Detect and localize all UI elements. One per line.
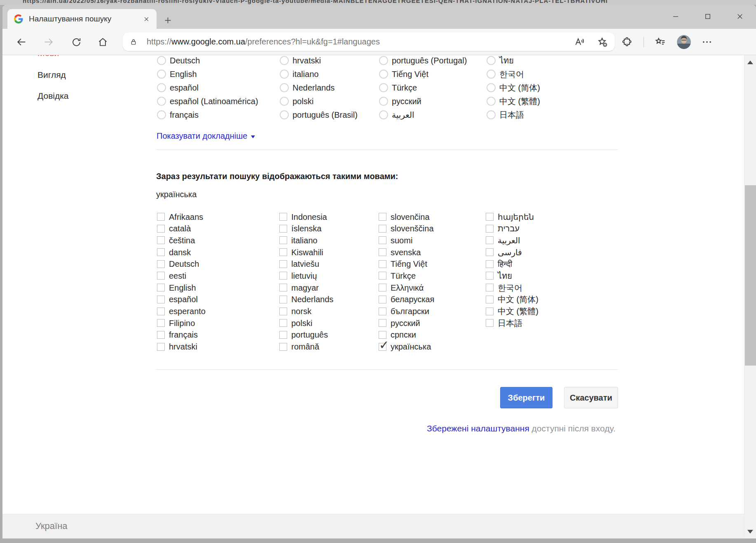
language-checkbox-option[interactable]: ✓ íslenska xyxy=(279,225,333,233)
language-checkbox-option[interactable]: ✓ norsk xyxy=(279,308,333,315)
settings-menu-button[interactable] xyxy=(702,37,712,47)
refresh-button[interactable] xyxy=(70,35,83,49)
language-radio-option[interactable]: português (Portugal) xyxy=(379,56,467,65)
home-button[interactable] xyxy=(96,35,109,49)
add-favorite-button[interactable] xyxy=(597,36,608,48)
language-radio-option[interactable]: ไทย xyxy=(487,56,540,65)
language-checkbox-option[interactable]: ✓ español xyxy=(157,296,206,303)
maximize-button[interactable] xyxy=(692,5,724,28)
scrollbar-thumb[interactable] xyxy=(745,185,756,366)
show-more-link[interactable]: Показувати докладніше xyxy=(157,131,255,141)
language-checkbox-option[interactable]: ✓ dansk xyxy=(157,248,206,256)
language-radio-option[interactable]: français xyxy=(157,110,258,119)
tab-close-button[interactable] xyxy=(141,14,152,24)
language-checkbox-option[interactable]: ✓ hrvatski xyxy=(157,343,206,351)
language-checkbox-option[interactable]: ✓ français xyxy=(157,331,206,339)
browser-tab[interactable]: Налаштування пошуку xyxy=(7,9,157,29)
sidebar-item[interactable]: Вигляд xyxy=(37,70,66,80)
radio-button-icon xyxy=(487,110,496,119)
favorites-button[interactable] xyxy=(655,36,666,48)
language-checkbox-option[interactable]: ✓ Afrikaans xyxy=(157,213,206,221)
language-radio-option[interactable]: português (Brasil) xyxy=(280,110,358,119)
new-tab-button[interactable] xyxy=(161,14,174,26)
language-radio-option[interactable]: 中文 (繁體) xyxy=(487,97,540,106)
language-checkbox-option[interactable]: ✓ polski xyxy=(279,319,333,327)
language-checkbox-option[interactable]: ✓ Tiếng Việt xyxy=(379,260,434,268)
language-checkbox-option[interactable]: ✓ svenska xyxy=(379,248,434,256)
language-checkbox-option[interactable]: ✓ 한국어 xyxy=(486,284,538,291)
language-radio-option[interactable]: 中文 (简体) xyxy=(487,83,540,92)
language-checkbox-option[interactable]: ✓ English xyxy=(157,284,206,291)
language-radio-option[interactable]: русский xyxy=(379,97,467,106)
language-checkbox-option[interactable]: ✓ српски xyxy=(379,331,434,339)
saved-settings-link[interactable]: Збережені налаштування xyxy=(427,424,529,433)
language-checkbox-option[interactable]: ✓ Kiswahili xyxy=(279,248,333,256)
language-checkbox-option[interactable]: ✓ українська xyxy=(379,343,434,351)
language-radio-option[interactable]: English xyxy=(157,70,258,79)
vertical-scrollbar[interactable] xyxy=(744,55,756,538)
sidebar-item[interactable]: Мови xyxy=(37,55,59,58)
scroll-down-button[interactable] xyxy=(744,527,756,536)
language-checkbox-option[interactable]: ✓ română xyxy=(279,343,333,351)
save-button[interactable]: Зберегти xyxy=(500,387,552,408)
language-checkbox-option[interactable]: ✓ eesti xyxy=(157,272,206,280)
language-radio-option[interactable]: Türkçe xyxy=(379,83,467,92)
forward-button[interactable] xyxy=(42,35,55,49)
language-checkbox-option[interactable]: ✓ Deutsch xyxy=(157,260,206,268)
language-radio-option[interactable]: 한국어 xyxy=(487,70,540,79)
language-checkbox-option[interactable]: ✓ magyar xyxy=(279,284,333,291)
close-window-button[interactable] xyxy=(724,5,756,28)
radio-button-icon xyxy=(487,70,496,79)
language-checkbox-option[interactable]: ✓ Indonesia xyxy=(279,213,333,221)
language-checkbox-option[interactable]: ✓ esperanto xyxy=(157,308,206,315)
language-checkbox-option[interactable]: ✓ català xyxy=(157,225,206,233)
language-checkbox-option[interactable]: ✓ latviešu xyxy=(279,260,333,268)
language-checkbox-option[interactable]: ✓ Filipino xyxy=(157,319,206,327)
language-checkbox-option[interactable]: ✓ հայերեն xyxy=(486,213,538,221)
url-scheme: https:// xyxy=(147,37,171,46)
language-checkbox-option[interactable]: ✓ Nederlands xyxy=(279,296,333,303)
language-checkbox-option[interactable]: ✓ فارسی xyxy=(486,248,538,256)
extensions-button[interactable] xyxy=(621,36,633,48)
profile-avatar[interactable] xyxy=(677,35,691,49)
address-bar[interactable]: https://www.google.com.ua/preferences?hl… xyxy=(123,33,615,51)
language-radio-option[interactable]: 日本語 xyxy=(487,110,540,119)
language-checkbox-option[interactable]: ✓ हिन्दी xyxy=(486,260,538,268)
read-aloud-button[interactable] xyxy=(574,36,585,47)
sidebar-item[interactable]: Довідка xyxy=(37,91,69,101)
checkbox-label: svenska xyxy=(391,248,421,256)
back-button[interactable] xyxy=(15,35,28,49)
minimize-button[interactable] xyxy=(660,5,692,28)
language-radio-option[interactable]: polski xyxy=(280,97,358,106)
language-checkbox-option[interactable]: ✓ Türkçe xyxy=(379,272,434,280)
language-radio-option[interactable]: Nederlands xyxy=(280,83,358,92)
language-radio-option[interactable]: العربية xyxy=(379,110,467,119)
language-radio-option[interactable]: español xyxy=(157,83,258,92)
language-radio-option[interactable]: italiano xyxy=(280,70,358,79)
language-checkbox-option[interactable]: ✓ العربية xyxy=(486,236,538,244)
cancel-button[interactable]: Скасувати xyxy=(564,387,618,408)
language-checkbox-option[interactable]: ✓ suomi xyxy=(379,236,434,244)
language-checkbox-option[interactable]: ✓ беларуская xyxy=(379,296,434,303)
results-language-column-2: ✓ Indonesia ✓ íslenska ✓ italiano ✓ Kisw… xyxy=(279,213,333,351)
language-checkbox-option[interactable]: ✓ português xyxy=(279,331,333,339)
language-checkbox-option[interactable]: ✓ 中文 (简体) xyxy=(486,296,538,303)
language-checkbox-option[interactable]: ✓ Ελληνικά xyxy=(379,284,434,291)
language-checkbox-option[interactable]: ✓ български xyxy=(379,308,434,315)
language-radio-option[interactable]: hrvatski xyxy=(280,56,358,65)
language-checkbox-option[interactable]: ✓ 中文 (繁體) xyxy=(486,308,538,315)
language-radio-option[interactable]: Tiếng Việt xyxy=(379,70,467,79)
language-checkbox-option[interactable]: ✓ čeština xyxy=(157,236,206,244)
language-checkbox-option[interactable]: ✓ slovenčina xyxy=(379,213,434,221)
checkbox-label: română xyxy=(291,343,319,351)
language-checkbox-option[interactable]: ✓ 日本語 xyxy=(486,319,538,327)
language-checkbox-option[interactable]: ✓ italiano xyxy=(279,236,333,244)
language-radio-option[interactable]: Deutsch xyxy=(157,56,258,65)
language-checkbox-option[interactable]: ✓ slovenščina xyxy=(379,225,434,233)
scroll-up-button[interactable] xyxy=(744,58,756,67)
language-checkbox-option[interactable]: ✓ ไทย xyxy=(486,272,538,280)
language-checkbox-option[interactable]: ✓ русский xyxy=(379,319,434,327)
language-checkbox-option[interactable]: ✓ lietuvių xyxy=(279,272,333,280)
language-radio-option[interactable]: español (Latinoamérica) xyxy=(157,97,258,106)
language-checkbox-option[interactable]: ✓ עברית xyxy=(486,225,538,233)
